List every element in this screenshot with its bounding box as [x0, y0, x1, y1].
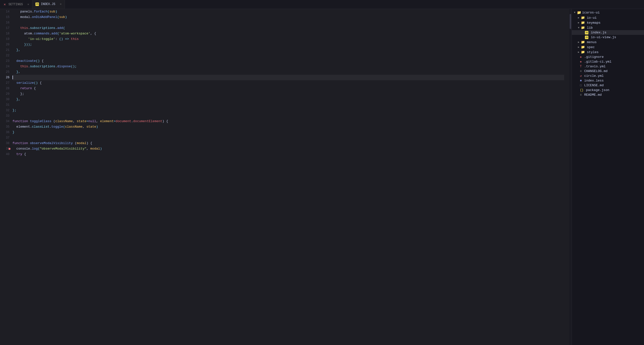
package-json-icon: {}: [580, 88, 584, 92]
ln-35: 35: [2, 124, 10, 130]
io-ui-arrow: ▶: [578, 16, 580, 19]
code-line-26: [12, 75, 564, 80]
package-json-label: package.json: [586, 88, 609, 92]
styles-label: styles: [587, 50, 598, 54]
code-line-25: },: [12, 69, 564, 75]
tree-spec[interactable]: ▶ 📁 spec: [572, 45, 644, 50]
tab-settings-close[interactable]: ✕: [28, 2, 29, 6]
spec-arrow: ▶: [578, 46, 580, 49]
index-js-label: index.js: [591, 31, 606, 34]
tree-menus[interactable]: ▶ 📁 menus: [572, 40, 644, 45]
tree-lib[interactable]: ▼ 📁 lib: [572, 25, 644, 30]
lib-label: lib: [587, 26, 592, 30]
ln-22: 22: [2, 53, 10, 58]
changelog-label: CHANGELOG.md: [584, 69, 608, 73]
tree-io-ui-view-js[interactable]: JS io-ui-view.js: [572, 35, 644, 40]
tab-settings[interactable]: ✕ SETTINGS ✕: [0, 0, 32, 9]
root-arrow: ▼: [574, 11, 576, 14]
tree-keymaps[interactable]: ▶ 📁 keymaps: [572, 20, 644, 25]
code-line-29: };: [12, 91, 564, 97]
ln-25: 25: [2, 69, 10, 75]
code-line-21: },: [12, 47, 564, 53]
code-line-31: [12, 102, 564, 108]
tree-index-js[interactable]: JS index.js: [572, 30, 644, 35]
tree-gitignore[interactable]: ◈ .gitignore: [572, 55, 644, 59]
gitignore-icon: ◈: [580, 55, 582, 59]
code-line-35: element.classList.toggle(className, stat…: [12, 124, 564, 130]
code-line-36: }: [12, 130, 564, 135]
code-line-32: };: [12, 108, 564, 113]
ln-34: 34: [2, 119, 10, 124]
tree-gitlab-ci[interactable]: ◈ .gitlab-ci.yml: [572, 59, 644, 64]
spec-folder-icon: 📁: [581, 45, 585, 49]
keymaps-arrow: ▶: [578, 21, 580, 24]
js-icon: JS: [36, 2, 39, 6]
tab-bar: ✕ SETTINGS ✕ JS INDEX.JS ✕: [0, 0, 644, 9]
ln-28: 28: [2, 86, 10, 91]
code-line-22: [12, 53, 564, 58]
gitlab-ci-icon: ◈: [580, 60, 582, 63]
code-line-19: 'io-ui:toggle': () => this: [12, 36, 564, 42]
tree-package-json[interactable]: {} package.json: [572, 88, 644, 92]
tree-changelog[interactable]: ≡ CHANGELOG.md: [572, 69, 644, 73]
main-layout: 14 15 16 17 18 19 20 21 22 23 24 25 26 2…: [0, 9, 644, 345]
ln-14: 14: [2, 9, 10, 14]
ln-30: 30: [2, 97, 10, 102]
keymaps-label: keymaps: [587, 21, 600, 25]
tree-circle[interactable]: ↺ circle.yml: [572, 73, 644, 78]
lib-folder-icon: 📁: [581, 26, 585, 30]
menus-folder-icon: 📁: [581, 40, 585, 44]
gitignore-label: .gitignore: [584, 55, 604, 59]
travis-icon: T: [580, 65, 582, 68]
ln-33: 33: [2, 113, 10, 119]
tree-styles[interactable]: ▶ 📁 styles: [572, 50, 644, 55]
ln-26: 26: [2, 75, 10, 80]
code-line-17: this.subscriptions.add(: [12, 25, 564, 31]
code-line-20: }));: [12, 42, 564, 47]
ln-24: 24: [2, 64, 10, 69]
ln-36: 36: [2, 130, 10, 135]
license-icon: □: [580, 84, 582, 87]
ln-38: 38: [2, 141, 10, 146]
file-tree-sidebar: ▼ 📁 icaros-ui ▶ 📁 io-ui ▶ 📁 keymaps ▼ 📁 …: [572, 9, 644, 345]
license-label: LICENSE.md: [584, 83, 604, 87]
circle-label: circle.yml: [584, 74, 604, 78]
gitlab-ci-label: .gitlab-ci.yml: [584, 60, 611, 63]
ln-20: 20: [2, 42, 10, 47]
ln-32: 32: [2, 108, 10, 113]
editor-area[interactable]: 14 15 16 17 18 19 20 21 22 23 24 25 26 2…: [0, 9, 569, 345]
ln-21: 21: [2, 47, 10, 53]
line-numbers: 14 15 16 17 18 19 20 21 22 23 24 25 26 2…: [0, 9, 12, 345]
code-line-14: panels.forEach(sub): [12, 9, 564, 14]
io-ui-view-js-label: io-ui-view.js: [591, 35, 616, 39]
io-ui-folder-icon: 📁: [581, 16, 585, 20]
code-line-39: console.log("observeModalVisibility", mo…: [12, 146, 564, 152]
readme-icon: ≡: [580, 93, 582, 97]
lib-arrow: ▼: [578, 26, 580, 29]
ln-27: 27: [2, 80, 10, 86]
code-line-37: [12, 135, 564, 141]
tab-index-js[interactable]: JS INDEX.JS ✕: [32, 0, 65, 9]
code-line-16: [12, 20, 564, 25]
tree-index-less[interactable]: ■ index.less: [572, 78, 644, 83]
ln-15: 15: [2, 14, 10, 20]
tree-travis[interactable]: T .travis.yml: [572, 64, 644, 69]
index-less-label: index.less: [584, 79, 604, 82]
tree-readme[interactable]: ≡ README.md: [572, 92, 644, 97]
code-container: 14 15 16 17 18 19 20 21 22 23 24 25 26 2…: [0, 9, 569, 345]
root-folder-icon: 📁: [577, 10, 581, 15]
ln-40: 40: [2, 152, 10, 157]
ln-37: 37: [2, 135, 10, 141]
code-content[interactable]: panels.forEach(sub) modal.onDidAddPanel(…: [12, 9, 569, 345]
tree-io-ui[interactable]: ▶ 📁 io-ui: [572, 15, 644, 20]
code-line-40: try {: [12, 152, 564, 157]
editor-scrollbar[interactable]: [569, 9, 572, 345]
keymaps-folder-icon: 📁: [581, 21, 585, 25]
readme-label: README.md: [584, 93, 602, 97]
styles-arrow: ▶: [578, 51, 580, 54]
travis-label: .travis.yml: [584, 64, 606, 68]
tab-index-js-close[interactable]: ✕: [60, 2, 62, 6]
tree-root[interactable]: ▼ 📁 icaros-ui: [572, 10, 644, 15]
code-line-18: atom.commands.add('atom-workspace', {: [12, 31, 564, 36]
tree-license[interactable]: □ LICENSE.md: [572, 83, 644, 88]
